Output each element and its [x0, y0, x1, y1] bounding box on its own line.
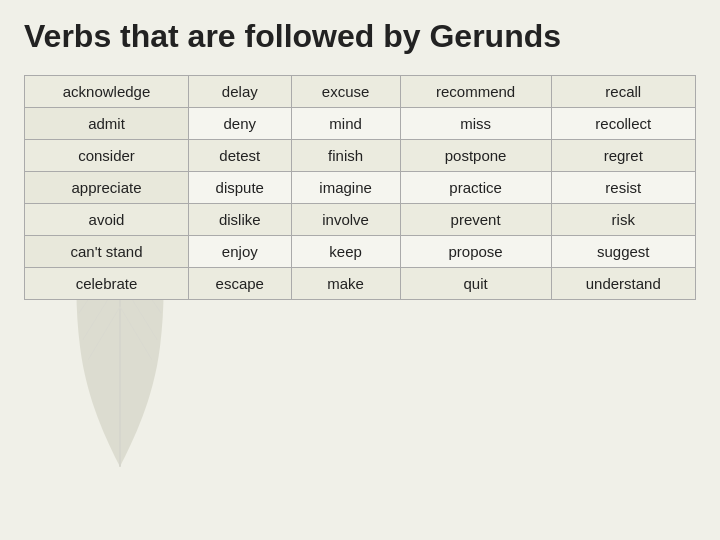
table-cell: mind — [291, 108, 400, 140]
table-cell: involve — [291, 204, 400, 236]
table-cell: propose — [400, 236, 551, 268]
table-cell: detest — [189, 140, 292, 172]
table-cell: dispute — [189, 172, 292, 204]
svg-line-7 — [88, 307, 120, 360]
table-cell: dislike — [189, 204, 292, 236]
table-cell: prevent — [400, 204, 551, 236]
table-cell: miss — [400, 108, 551, 140]
table-cell: admit — [25, 108, 189, 140]
table-cell: finish — [291, 140, 400, 172]
table-cell: imagine — [291, 172, 400, 204]
verbs-table: acknowledgedelayexcuserecommendrecalladm… — [24, 75, 696, 300]
table-cell: enjoy — [189, 236, 292, 268]
table-cell: avoid — [25, 204, 189, 236]
table-cell: recollect — [551, 108, 695, 140]
table-row: avoiddislikeinvolvepreventrisk — [25, 204, 696, 236]
table-cell: practice — [400, 172, 551, 204]
table-cell: understand — [551, 268, 695, 300]
table-cell: postpone — [400, 140, 551, 172]
table-cell: recall — [551, 76, 695, 108]
table-row: acknowledgedelayexcuserecommendrecall — [25, 76, 696, 108]
table-cell: celebrate — [25, 268, 189, 300]
page-title: Verbs that are followed by Gerunds — [0, 0, 720, 65]
table-cell: resist — [551, 172, 695, 204]
table-cell: keep — [291, 236, 400, 268]
table-cell: delay — [189, 76, 292, 108]
table-cell: escape — [189, 268, 292, 300]
table-cell: suggest — [551, 236, 695, 268]
table-cell: appreciate — [25, 172, 189, 204]
verbs-table-container: acknowledgedelayexcuserecommendrecalladm… — [24, 75, 696, 300]
svg-line-14 — [120, 307, 152, 360]
table-cell: recommend — [400, 76, 551, 108]
table-cell: quit — [400, 268, 551, 300]
table-cell: consider — [25, 140, 189, 172]
table-cell: make — [291, 268, 400, 300]
table-row: considerdetestfinishpostponeregret — [25, 140, 696, 172]
table-row: can't standenjoykeepproposesuggest — [25, 236, 696, 268]
table-cell: risk — [551, 204, 695, 236]
table-row: appreciatedisputeimaginepracticeresist — [25, 172, 696, 204]
table-row: admitdenymindmissrecollect — [25, 108, 696, 140]
table-cell: acknowledge — [25, 76, 189, 108]
table-cell: deny — [189, 108, 292, 140]
table-cell: excuse — [291, 76, 400, 108]
table-cell: regret — [551, 140, 695, 172]
table-row: celebrateescapemakequitunderstand — [25, 268, 696, 300]
table-cell: can't stand — [25, 236, 189, 268]
